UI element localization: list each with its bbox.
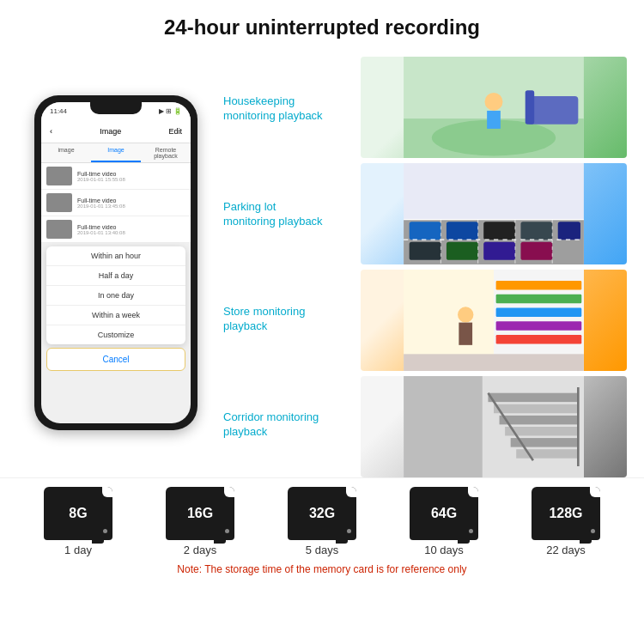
sd-dot-4 (469, 529, 473, 533)
video-thumb-3 (46, 220, 72, 239)
label-3: Store monitoringplayback (223, 305, 352, 334)
phone-nav-title: Image (100, 127, 121, 136)
video-date-3: 2019-01-01 13:40:08 (77, 230, 125, 235)
storage-days-16g: 2 days (184, 544, 216, 556)
list-item-2[interactable]: Full-time video 2019-01-01 13:45:08 (41, 190, 191, 216)
sd-card-notch-5 (590, 487, 600, 497)
scene-image-1 (361, 57, 627, 158)
images-column (361, 57, 627, 477)
storage-days-128g: 22 days (546, 544, 586, 556)
main-content: 11:44 ▶ ⊞ 🔋 ‹ Image Edit image Image Rem… (0, 48, 644, 477)
sd-card-64g: 64G (410, 487, 478, 540)
phone-back[interactable]: ‹ (50, 127, 52, 136)
scene-image-4 (361, 376, 627, 477)
sd-size-32g: 32G (309, 506, 335, 521)
storage-card-8g: 8G 1 day (44, 487, 112, 556)
svg-rect-12 (520, 222, 552, 240)
storage-days-32g: 5 days (306, 544, 338, 556)
svg-rect-27 (496, 295, 582, 303)
svg-point-3 (485, 93, 503, 111)
sd-dot-1 (103, 529, 107, 533)
note-text: Note: The storage time of the memory car… (17, 563, 627, 575)
phone-notch (90, 102, 142, 114)
svg-rect-13 (558, 222, 580, 240)
scene-image-3 (361, 270, 627, 371)
phone-dropdown: Within an hour Half a day In one day Wit… (46, 246, 185, 344)
video-title-1: Full-time video (77, 171, 125, 177)
sd-card-notch-3 (346, 487, 356, 497)
sd-card-32g: 32G (288, 487, 356, 540)
phone-device: 11:44 ▶ ⊞ 🔋 ‹ Image Edit image Image Rem… (34, 95, 197, 430)
svg-rect-5 (527, 96, 578, 125)
svg-rect-10 (447, 222, 478, 240)
list-item-1[interactable]: Full-time video 2019-01-01 15:55:08 (41, 163, 191, 190)
storage-card-64g: 64G 10 days (410, 487, 478, 556)
cancel-button[interactable]: Cancel (46, 348, 185, 371)
dropdown-item-3[interactable]: In one day (46, 286, 185, 306)
svg-rect-29 (496, 321, 582, 330)
phone-tab-remote[interactable]: Remote playback (141, 143, 191, 162)
dropdown-item-1[interactable]: Within an hour (46, 246, 185, 266)
storage-days-8g: 1 day (64, 544, 92, 556)
sd-size-128g: 128G (549, 506, 582, 521)
sd-dot-3 (347, 529, 351, 533)
svg-rect-26 (496, 281, 582, 289)
phone-tabs: image Image Remote playback (41, 143, 191, 163)
svg-rect-14 (410, 242, 441, 260)
list-item-3[interactable]: Full-time video 2019-01-01 13:40:08 (41, 216, 191, 243)
video-title-3: Full-time video (77, 224, 125, 230)
phone-tab-image1[interactable]: image (41, 143, 91, 162)
svg-rect-38 (494, 404, 578, 413)
label-2: Parking lotmonitoring playback (223, 200, 352, 229)
video-thumb-2 (46, 193, 72, 212)
phone-edit[interactable]: Edit (168, 127, 182, 136)
sd-card-128g: 128G (532, 487, 600, 540)
page-title: 24-hour uninterrupted recording (0, 0, 644, 48)
svg-rect-4 (487, 111, 501, 129)
sd-card-16g: 16G (166, 487, 234, 540)
phone-nav-bar: ‹ Image Edit (41, 119, 191, 143)
dropdown-item-4[interactable]: Within a week (46, 306, 185, 325)
label-4: Corridor monitoringplayback (223, 410, 352, 440)
phone-tab-image2[interactable]: Image (91, 143, 141, 162)
video-thumb-1 (46, 167, 72, 185)
svg-point-31 (458, 307, 473, 322)
scene-image-2 (361, 163, 627, 264)
sd-size-8g: 8G (69, 506, 87, 521)
svg-rect-39 (500, 416, 579, 424)
phone-icons: ▶ ⊞ 🔋 (159, 107, 182, 115)
video-title-2: Full-time video (77, 197, 125, 204)
sd-dot-2 (225, 529, 229, 533)
svg-rect-17 (520, 242, 552, 260)
svg-rect-11 (483, 222, 515, 240)
phone-section: 11:44 ▶ ⊞ 🔋 ‹ Image Edit image Image Rem… (17, 48, 215, 477)
storage-card-128g: 128G 22 days (532, 487, 600, 556)
labels-column: Housekeepingmonitoring playback Parking … (223, 57, 352, 477)
sd-size-16g: 16G (187, 506, 213, 521)
svg-rect-37 (488, 393, 578, 402)
svg-rect-32 (459, 323, 472, 345)
phone-screen: 11:44 ▶ ⊞ 🔋 ‹ Image Edit image Image Rem… (41, 102, 191, 423)
svg-rect-16 (483, 242, 515, 260)
svg-rect-9 (410, 222, 441, 240)
svg-rect-28 (496, 308, 582, 317)
storage-card-16g: 16G 2 days (166, 487, 234, 556)
video-date-2: 2019-01-01 13:45:08 (77, 204, 125, 209)
right-section: Housekeepingmonitoring playback Parking … (223, 48, 627, 477)
storage-days-64g: 10 days (424, 544, 464, 556)
storage-section: 8G 1 day 16G 2 days 32G 5 (0, 477, 644, 582)
phone-time: 11:44 (50, 107, 67, 115)
svg-rect-33 (404, 354, 584, 371)
sd-dot-5 (591, 529, 595, 533)
sd-card-notch-2 (224, 487, 234, 497)
svg-rect-6 (526, 90, 534, 124)
sd-card-notch-4 (468, 487, 478, 497)
dropdown-item-5[interactable]: Customize (46, 325, 185, 344)
svg-rect-15 (447, 242, 478, 260)
dropdown-item-2[interactable]: Half a day (46, 266, 185, 286)
svg-rect-30 (496, 335, 582, 343)
video-date-1: 2019-01-01 15:55:08 (77, 177, 125, 182)
sd-card-notch-1 (102, 487, 112, 497)
label-1: Housekeepingmonitoring playback (223, 94, 352, 124)
sd-size-64g: 64G (431, 506, 457, 521)
